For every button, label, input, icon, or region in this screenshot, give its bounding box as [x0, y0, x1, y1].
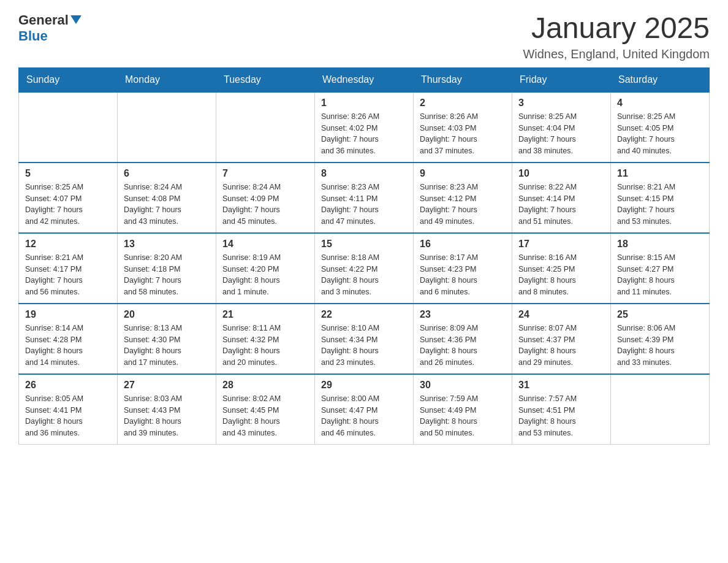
day-number: 28: [222, 380, 308, 391]
day-number: 11: [617, 168, 703, 179]
calendar-cell: 29Sunrise: 8:00 AMSunset: 4:47 PMDayligh…: [315, 374, 414, 445]
day-number: 21: [222, 309, 308, 320]
day-number: 25: [617, 309, 703, 320]
calendar-cell: [19, 92, 118, 163]
weekday-header-sunday: Sunday: [19, 67, 118, 92]
calendar-cell: 13Sunrise: 8:20 AMSunset: 4:18 PMDayligh…: [118, 233, 216, 304]
day-info: Sunrise: 7:59 AMSunset: 4:49 PMDaylight:…: [420, 393, 506, 439]
day-number: 27: [124, 380, 210, 391]
day-number: 23: [420, 309, 506, 320]
day-number: 4: [617, 98, 703, 109]
calendar-cell: 24Sunrise: 8:07 AMSunset: 4:37 PMDayligh…: [512, 304, 611, 374]
day-info: Sunrise: 8:16 AMSunset: 4:25 PMDaylight:…: [518, 252, 604, 298]
day-number: 13: [124, 239, 210, 250]
calendar-cell: 18Sunrise: 8:15 AMSunset: 4:27 PMDayligh…: [611, 233, 710, 304]
day-info: Sunrise: 8:24 AMSunset: 4:08 PMDaylight:…: [124, 182, 210, 228]
weekday-header-saturday: Saturday: [611, 67, 710, 92]
calendar-cell: 2Sunrise: 8:26 AMSunset: 4:03 PMDaylight…: [414, 92, 512, 163]
day-info: Sunrise: 8:02 AMSunset: 4:45 PMDaylight:…: [222, 393, 308, 439]
calendar-cell: 28Sunrise: 8:02 AMSunset: 4:45 PMDayligh…: [216, 374, 315, 445]
day-number: 20: [124, 309, 210, 320]
title-section: January 2025 Widnes, England, United Kin…: [523, 12, 710, 61]
calendar-cell: 14Sunrise: 8:19 AMSunset: 4:20 PMDayligh…: [216, 233, 315, 304]
calendar-cell: 25Sunrise: 8:06 AMSunset: 4:39 PMDayligh…: [611, 304, 710, 374]
day-number: 3: [518, 98, 604, 109]
calendar-cell: 17Sunrise: 8:16 AMSunset: 4:25 PMDayligh…: [512, 233, 611, 304]
logo: General Blue: [18, 12, 82, 44]
calendar-cell: [216, 92, 315, 163]
weekday-header-monday: Monday: [118, 67, 216, 92]
day-number: 15: [321, 239, 407, 250]
day-number: 2: [420, 98, 506, 109]
logo-blue: Blue: [18, 28, 48, 44]
day-number: 9: [420, 168, 506, 179]
logo-general: General: [18, 12, 69, 28]
calendar-cell: 1Sunrise: 8:26 AMSunset: 4:02 PMDaylight…: [315, 92, 414, 163]
calendar-cell: 3Sunrise: 8:25 AMSunset: 4:04 PMDaylight…: [512, 92, 611, 163]
weekday-header-thursday: Thursday: [414, 67, 512, 92]
day-info: Sunrise: 8:26 AMSunset: 4:02 PMDaylight:…: [321, 111, 407, 157]
weekday-header-friday: Friday: [512, 67, 611, 92]
calendar-cell: 10Sunrise: 8:22 AMSunset: 4:14 PMDayligh…: [512, 163, 611, 233]
day-number: 7: [222, 168, 308, 179]
day-info: Sunrise: 8:15 AMSunset: 4:27 PMDaylight:…: [617, 252, 703, 298]
day-info: Sunrise: 8:22 AMSunset: 4:14 PMDaylight:…: [518, 182, 604, 228]
page-header: General Blue January 2025 Widnes, Englan…: [18, 12, 710, 61]
calendar-cell: 15Sunrise: 8:18 AMSunset: 4:22 PMDayligh…: [315, 233, 414, 304]
day-number: 6: [124, 168, 210, 179]
day-info: Sunrise: 8:14 AMSunset: 4:28 PMDaylight:…: [25, 323, 111, 369]
calendar-week-1: 1Sunrise: 8:26 AMSunset: 4:02 PMDaylight…: [19, 92, 710, 163]
day-number: 18: [617, 239, 703, 250]
day-info: Sunrise: 8:21 AMSunset: 4:17 PMDaylight:…: [25, 252, 111, 298]
calendar-week-2: 5Sunrise: 8:25 AMSunset: 4:07 PMDaylight…: [19, 163, 710, 233]
calendar-cell: 20Sunrise: 8:13 AMSunset: 4:30 PMDayligh…: [118, 304, 216, 374]
day-number: 24: [518, 309, 604, 320]
weekday-row: SundayMondayTuesdayWednesdayThursdayFrid…: [19, 67, 710, 92]
day-number: 17: [518, 239, 604, 250]
calendar-table: SundayMondayTuesdayWednesdayThursdayFrid…: [18, 67, 710, 445]
calendar-header: SundayMondayTuesdayWednesdayThursdayFrid…: [19, 67, 710, 92]
calendar-cell: 27Sunrise: 8:03 AMSunset: 4:43 PMDayligh…: [118, 374, 216, 445]
day-info: Sunrise: 8:13 AMSunset: 4:30 PMDaylight:…: [124, 323, 210, 369]
day-info: Sunrise: 8:25 AMSunset: 4:04 PMDaylight:…: [518, 111, 604, 157]
calendar-cell: 22Sunrise: 8:10 AMSunset: 4:34 PMDayligh…: [315, 304, 414, 374]
calendar-cell: 4Sunrise: 8:25 AMSunset: 4:05 PMDaylight…: [611, 92, 710, 163]
day-info: Sunrise: 8:09 AMSunset: 4:36 PMDaylight:…: [420, 323, 506, 369]
day-number: 1: [321, 98, 407, 109]
day-info: Sunrise: 8:25 AMSunset: 4:05 PMDaylight:…: [617, 111, 703, 157]
day-info: Sunrise: 8:25 AMSunset: 4:07 PMDaylight:…: [25, 182, 111, 228]
calendar-cell: 21Sunrise: 8:11 AMSunset: 4:32 PMDayligh…: [216, 304, 315, 374]
calendar-week-4: 19Sunrise: 8:14 AMSunset: 4:28 PMDayligh…: [19, 304, 710, 374]
day-info: Sunrise: 8:21 AMSunset: 4:15 PMDaylight:…: [617, 182, 703, 228]
day-number: 22: [321, 309, 407, 320]
calendar-cell: 9Sunrise: 8:23 AMSunset: 4:12 PMDaylight…: [414, 163, 512, 233]
calendar-cell: 5Sunrise: 8:25 AMSunset: 4:07 PMDaylight…: [19, 163, 118, 233]
calendar-cell: 31Sunrise: 7:57 AMSunset: 4:51 PMDayligh…: [512, 374, 611, 445]
weekday-header-tuesday: Tuesday: [216, 67, 315, 92]
day-info: Sunrise: 8:24 AMSunset: 4:09 PMDaylight:…: [222, 182, 308, 228]
day-info: Sunrise: 8:23 AMSunset: 4:11 PMDaylight:…: [321, 182, 407, 228]
day-info: Sunrise: 8:06 AMSunset: 4:39 PMDaylight:…: [617, 323, 703, 369]
day-info: Sunrise: 8:03 AMSunset: 4:43 PMDaylight:…: [124, 393, 210, 439]
calendar-cell: 8Sunrise: 8:23 AMSunset: 4:11 PMDaylight…: [315, 163, 414, 233]
day-number: 5: [25, 168, 111, 179]
calendar-cell: 12Sunrise: 8:21 AMSunset: 4:17 PMDayligh…: [19, 233, 118, 304]
day-info: Sunrise: 8:05 AMSunset: 4:41 PMDaylight:…: [25, 393, 111, 439]
day-info: Sunrise: 8:20 AMSunset: 4:18 PMDaylight:…: [124, 252, 210, 298]
calendar-cell: 7Sunrise: 8:24 AMSunset: 4:09 PMDaylight…: [216, 163, 315, 233]
calendar-week-5: 26Sunrise: 8:05 AMSunset: 4:41 PMDayligh…: [19, 374, 710, 445]
month-title: January 2025: [523, 12, 710, 45]
day-info: Sunrise: 8:07 AMSunset: 4:37 PMDaylight:…: [518, 323, 604, 369]
day-info: Sunrise: 7:57 AMSunset: 4:51 PMDaylight:…: [518, 393, 604, 439]
day-number: 12: [25, 239, 111, 250]
day-info: Sunrise: 8:23 AMSunset: 4:12 PMDaylight:…: [420, 182, 506, 228]
day-info: Sunrise: 8:26 AMSunset: 4:03 PMDaylight:…: [420, 111, 506, 157]
weekday-header-wednesday: Wednesday: [315, 67, 414, 92]
logo-arrow-icon: [70, 15, 82, 24]
day-info: Sunrise: 8:17 AMSunset: 4:23 PMDaylight:…: [420, 252, 506, 298]
day-info: Sunrise: 8:18 AMSunset: 4:22 PMDaylight:…: [321, 252, 407, 298]
calendar-cell: 26Sunrise: 8:05 AMSunset: 4:41 PMDayligh…: [19, 374, 118, 445]
day-number: 14: [222, 239, 308, 250]
calendar-cell: 19Sunrise: 8:14 AMSunset: 4:28 PMDayligh…: [19, 304, 118, 374]
calendar-cell: 23Sunrise: 8:09 AMSunset: 4:36 PMDayligh…: [414, 304, 512, 374]
